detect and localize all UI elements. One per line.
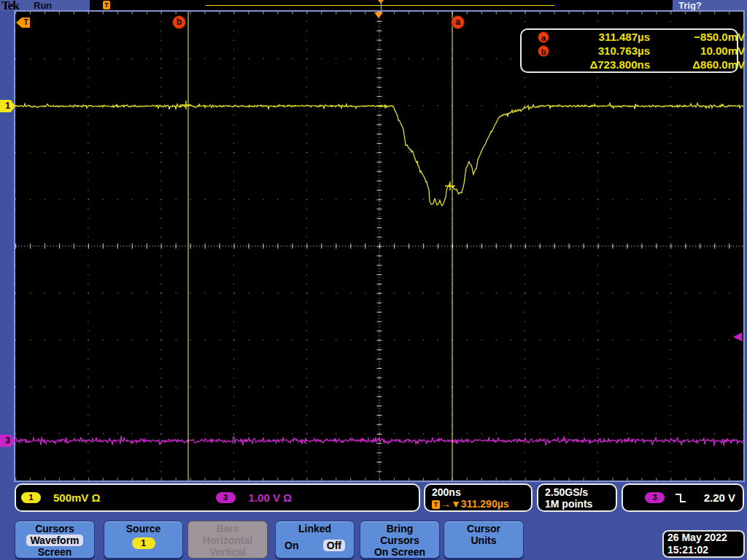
delay-arrows-icon: →▼ — [441, 498, 461, 510]
linked-on-option[interactable]: On — [285, 540, 298, 551]
trigger-t-icon: T — [22, 18, 30, 28]
source-channel-badge: 1 — [132, 537, 155, 549]
cursor-b-badge: b — [538, 45, 549, 57]
trigger-level-value: 2.20 V — [704, 491, 735, 504]
cursors-waveform-option[interactable]: Waveform — [26, 534, 82, 546]
bars-vertical-option: Vertical — [188, 546, 267, 558]
bars-horizontal-option: Horizontal — [188, 534, 267, 546]
time-label: 15:21:02 — [667, 544, 743, 556]
cursor-delta-volt: Δ860.0mV — [650, 58, 745, 71]
cursor-b-handle[interactable]: b — [172, 15, 186, 29]
cursors-mode-button[interactable]: Cursors Waveform Screen — [15, 521, 95, 559]
trigger-offscreen-left-marker: T — [16, 18, 30, 28]
trigger-delay-readout: T→▼311.290µs — [432, 498, 531, 510]
trigger-state-box: Trig? — [673, 0, 747, 11]
trigger-state-label: Trig? — [678, 0, 702, 11]
delay-value: 311.290µs — [461, 498, 509, 510]
cursor-a-time: 311.487µs — [562, 31, 650, 43]
channel3-scale: 1.00 V Ω — [249, 491, 293, 504]
datetime-box: 26 May 2022 15:21:02 — [662, 530, 745, 558]
channel1-scale: 500mV Ω — [53, 491, 101, 504]
cursor-a-volt: −850.0mV — [650, 31, 745, 43]
linked-toggle-button[interactable]: Linked On Off — [275, 521, 355, 559]
bring-cursors-button[interactable]: Bring Cursors On Screen — [360, 521, 440, 559]
linked-off-option[interactable]: Off — [323, 540, 345, 551]
channel3-position-flag[interactable]: 3 — [0, 435, 15, 447]
acquisition-box[interactable]: 2.50GS/s 1M points — [537, 483, 617, 512]
sample-rate: 2.50GS/s — [545, 486, 616, 498]
button-title: Bars — [188, 523, 267, 534]
record-trigger-marker — [381, 1, 382, 10]
cursor-readout-box: a 311.487µs −850.0mV b 310.763µs 10.00mV… — [520, 28, 738, 73]
trigger-level-arrow[interactable] — [733, 332, 742, 341]
acquisition-run-status: Run — [34, 0, 52, 11]
source-button[interactable]: Source 1 — [104, 521, 183, 559]
channel3-badge: 3 — [216, 492, 236, 503]
button-title: Source — [104, 523, 182, 534]
channel1-position-flag[interactable]: 1 — [0, 100, 15, 112]
cursor-b-volt: 10.00mV — [650, 44, 745, 57]
record-trigger-t-icon: T — [103, 1, 110, 9]
bars-orientation-button: Bars Horizontal Vertical — [187, 521, 268, 559]
cursors-screen-option[interactable]: Screen — [15, 546, 94, 558]
trigger-t-icon: T — [432, 500, 440, 509]
button-line: Cursors — [360, 534, 439, 546]
record-length: 1M points — [545, 498, 616, 510]
oscilloscope-screen: Tek Run T Trig? 1 3 T b a a 311.487µs −8… — [0, 0, 747, 560]
graticule — [14, 10, 745, 482]
timebase-scale: 200ns — [432, 486, 531, 498]
left-arrow-icon — [16, 18, 22, 28]
top-status-bar: Tek Run T Trig? — [0, 0, 747, 11]
channel1-badge: 1 — [21, 492, 41, 503]
falling-edge-icon — [675, 493, 686, 503]
button-line: Units — [444, 534, 523, 546]
button-title: Cursors — [15, 523, 94, 534]
cursor-delta-time: Δ723.800ns — [562, 58, 650, 71]
waveform-display — [15, 12, 743, 481]
trigger-settings-box[interactable]: 3 2.20 V — [622, 483, 744, 512]
trigger-source-badge: 3 — [645, 492, 665, 503]
cursor-a-handle[interactable]: a — [451, 15, 465, 29]
record-view-bar: T — [90, 0, 673, 11]
cursor-b-time: 310.763µs — [562, 44, 650, 57]
horizontal-scale-box[interactable]: 200ns T→▼311.290µs — [424, 483, 533, 512]
button-title: Linked — [276, 523, 354, 534]
button-line: Cursor — [444, 523, 523, 534]
date-label: 26 May 2022 — [667, 532, 743, 544]
cursor-a-badge: a — [538, 31, 549, 43]
button-line: Bring — [360, 523, 439, 534]
vertical-scale-box[interactable]: 1 500mV Ω 3 1.00 V Ω — [15, 483, 420, 512]
cursor-units-button[interactable]: Cursor Units — [444, 521, 524, 559]
record-window-line — [206, 5, 554, 6]
button-line: On Screen — [360, 546, 439, 558]
